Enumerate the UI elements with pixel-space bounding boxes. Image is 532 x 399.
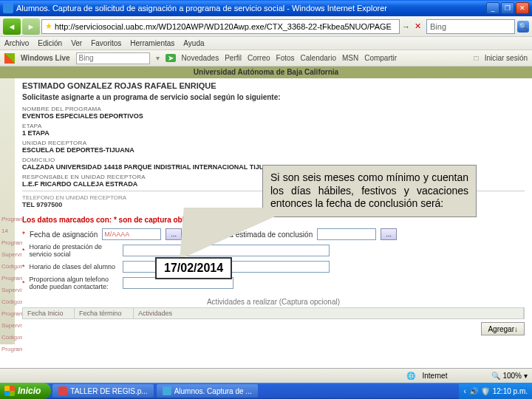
- callout-text: Si son seis meses como mínimo y cuentan …: [270, 171, 468, 209]
- fecha-asignacion-input[interactable]: [102, 228, 161, 240]
- ie-task-icon: [163, 386, 171, 395]
- menu-ver[interactable]: Ver: [71, 39, 82, 47]
- live-compartir[interactable]: Compartir: [364, 54, 397, 62]
- label-telefono-contacto: Proporciona algun telefono donde puedan …: [30, 276, 118, 290]
- highlighted-date: 17/02/2014: [155, 257, 232, 279]
- value-telefono: TEL 9797500: [22, 201, 126, 208]
- live-search-input[interactable]: [76, 52, 150, 64]
- menu-ayuda[interactable]: Ayuda: [183, 39, 204, 47]
- close-button[interactable]: ✕: [516, 2, 529, 14]
- ie-icon: [3, 3, 13, 13]
- tray-icon: 🛡️: [481, 387, 490, 395]
- label-unidad: UNIDAD RECEPTORA: [22, 140, 525, 146]
- req-asterisk: *: [22, 231, 25, 239]
- value-unidad: ESCUELA DE DEPORTES-TIJUANA: [22, 146, 525, 154]
- zoom-value: 100%: [502, 372, 522, 380]
- live-signin[interactable]: Iniciar sesión: [485, 54, 528, 62]
- stop-button[interactable]: ✕: [415, 21, 421, 31]
- system-tray[interactable]: ‹ 🔊 🛡️ 12:10 p.m.: [459, 383, 532, 399]
- zone-label: Internet: [423, 372, 448, 380]
- search-placeholder: Bing: [430, 22, 446, 31]
- maximize-button[interactable]: ❐: [501, 2, 514, 14]
- live-msn[interactable]: MSN: [342, 54, 358, 62]
- menu-favoritos[interactable]: Favoritos: [91, 39, 121, 47]
- taskbar-item-ie[interactable]: Alumnos. Captura de ...: [157, 384, 258, 398]
- chevron-down-icon: ▾: [524, 372, 528, 380]
- live-calendario[interactable]: Calendario: [301, 54, 336, 62]
- nav-toolbar: ◄ ► ★ http://serviciosocial.uabc.mx/WD12…: [0, 16, 532, 37]
- taskbar-item-powerpoint[interactable]: TALLER DE REGIS.p...: [52, 384, 153, 398]
- live-brand: Windows Live: [21, 54, 70, 62]
- url-text: http://serviciosocial.uabc.mx/WD120AWP/W…: [55, 22, 392, 31]
- globe-icon: 🌐: [406, 372, 415, 380]
- university-header: Universidad Autónoma de Baja California: [0, 66, 532, 78]
- live-fotos[interactable]: Fotos: [276, 54, 295, 62]
- start-label: Inicio: [18, 386, 41, 396]
- windows-start-icon: [4, 386, 15, 396]
- back-button[interactable]: ◄: [3, 18, 21, 35]
- activities-title: Actividades a realizar (Captura opcional…: [22, 298, 525, 306]
- powerpoint-icon: [58, 386, 67, 395]
- windows-live-bar: Windows Live ▾ ➤ Novedades Perfil Correo…: [0, 50, 532, 66]
- activities-section: Actividades a realizar (Captura opcional…: [22, 298, 525, 319]
- tray-icon: 🔊: [469, 387, 478, 395]
- menu-bar: Archivo Edición Ver Favoritos Herramient…: [0, 37, 532, 50]
- address-bar[interactable]: ★ http://serviciosocial.uabc.mx/WD120AWP…: [41, 19, 400, 34]
- clock: 12:10 p.m.: [493, 387, 528, 395]
- add-activity-button[interactable]: Agregar↓: [481, 322, 525, 335]
- callout-bubble: Si son seis meses como mínimo y cuentan …: [262, 165, 477, 217]
- taskbar: Inicio TALLER DE REGIS.p... Alumnos. Cap…: [0, 383, 532, 399]
- fecha-conclusion-picker[interactable]: ...: [381, 228, 397, 240]
- search-button[interactable]: 🔍: [517, 21, 529, 33]
- window-title: Alumnos. Captura de solicitud de asignac…: [16, 4, 486, 13]
- tray-icon: ‹: [463, 387, 466, 395]
- live-correo[interactable]: Correo: [248, 54, 270, 62]
- label-domicilio: DOMICILIO: [22, 157, 525, 163]
- menu-edicion[interactable]: Edición: [38, 39, 62, 47]
- label-horario-servicio: Horario de prestación de servicio social: [30, 243, 118, 258]
- label-programa: NOMBRE DEL PROGRAMA: [22, 106, 525, 112]
- favorite-icon: ★: [45, 21, 52, 31]
- greeting: ESTIMADO GONZALEZ ROJAS RAFAEL ENRIQUE: [22, 81, 525, 90]
- label-etapa: ETAPA: [22, 123, 525, 129]
- label-fecha-asignacion: Fecha de asignación: [30, 231, 98, 239]
- activities-header: Fecha Inicio Fecha término Actividades: [22, 307, 525, 319]
- menu-herramientas[interactable]: Herramientas: [130, 39, 174, 47]
- menu-archivo[interactable]: Archivo: [4, 39, 29, 47]
- window-titlebar: Alumnos. Captura de solicitud de asignac…: [0, 0, 532, 16]
- live-perfil[interactable]: Perfil: [225, 54, 242, 62]
- zoom-control[interactable]: 🔍 100% ▾: [491, 372, 528, 380]
- label-telefono: TELEFONO EN UNIDAD RECEPTORA: [22, 194, 126, 201]
- windows-logo-icon: [4, 53, 15, 64]
- value-programa: EVENTOS ESPECIALES DEPORTIVOS: [22, 112, 525, 120]
- subtitle: Solicitaste asignarte a un programa de s…: [22, 93, 525, 101]
- forward-button[interactable]: ►: [22, 18, 40, 35]
- minimize-button[interactable]: _: [486, 2, 499, 14]
- ie-status-bar: 🌐 Internet 🔍 100% ▾: [0, 368, 532, 383]
- live-search-go[interactable]: ➤: [166, 54, 176, 62]
- start-button[interactable]: Inicio: [0, 383, 51, 399]
- go-button[interactable]: →: [402, 22, 410, 31]
- value-etapa: 1 ETAPA: [22, 129, 525, 137]
- page-content: Universidad Autónoma de Baja California …: [0, 66, 532, 384]
- zoom-icon: 🔍: [491, 372, 500, 380]
- live-novedades[interactable]: Novedades: [182, 54, 219, 62]
- fecha-conclusion-input[interactable]: [317, 228, 376, 240]
- label-horario-clases: Horario de clases del alumno: [30, 263, 118, 270]
- search-input[interactable]: Bing: [426, 19, 515, 34]
